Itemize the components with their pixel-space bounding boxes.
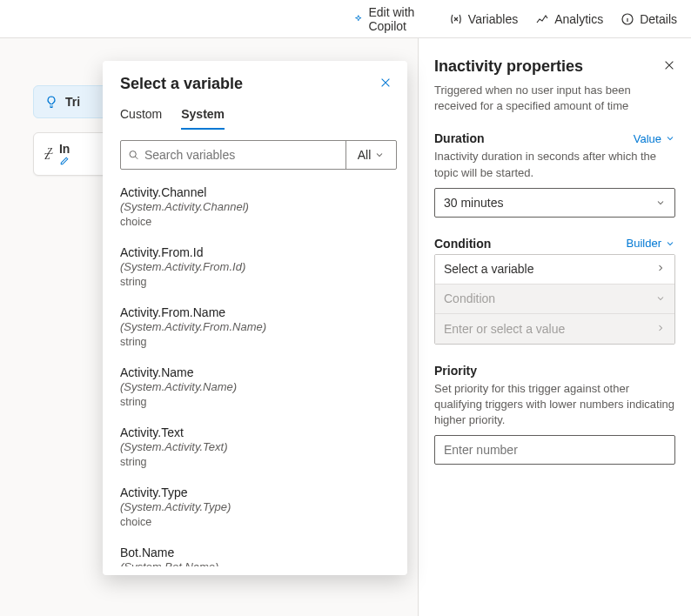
chevron-down-icon xyxy=(665,238,675,249)
search-input[interactable] xyxy=(144,148,339,162)
panel-description: Triggered when no user input has been re… xyxy=(434,83,675,114)
tab-custom[interactable]: Custom xyxy=(120,107,162,130)
properties-panel: Inactivity properties Triggered when no … xyxy=(418,38,691,616)
variables-button[interactable]: Variables xyxy=(449,12,518,26)
variable-system-name: (System.Activity.Type) xyxy=(120,500,392,513)
popover-title: Select a variable xyxy=(120,75,243,93)
filter-label: All xyxy=(358,148,372,162)
variable-type: choice xyxy=(120,516,392,528)
variable-list[interactable]: Activity.Channel (System.Activity.Channe… xyxy=(120,177,397,566)
variable-system-name: (System.Activity.Name) xyxy=(120,380,392,393)
variable-item[interactable]: Activity.Name (System.Activity.Name) str… xyxy=(120,357,392,417)
variable-item[interactable]: Activity.Type (System.Activity.Type) cho… xyxy=(120,477,392,537)
details-button[interactable]: Details xyxy=(621,12,677,26)
variable-name: Bot.Name xyxy=(120,546,392,559)
chevron-down-icon xyxy=(655,293,666,304)
variable-name: Activity.Type xyxy=(120,485,392,499)
type-filter-dropdown[interactable]: All xyxy=(346,141,396,169)
variables-icon xyxy=(449,12,463,26)
condition-mode-toggle[interactable]: Builder xyxy=(627,237,675,250)
duration-action-label: Value xyxy=(634,132,661,145)
duration-mode-toggle[interactable]: Value xyxy=(634,132,675,145)
duration-help: Inactivity duration in seconds after whi… xyxy=(434,149,675,180)
condition-value-picker[interactable]: Enter or select a value xyxy=(435,314,674,344)
authoring-canvas: Tri zZ In Select a variable Custom Syste… xyxy=(0,38,691,616)
condition-section: Condition Builder Select a variable Cond… xyxy=(434,237,675,345)
condition-label: Condition xyxy=(434,237,491,251)
inactivity-node-label: In xyxy=(59,142,70,156)
variable-name: Activity.Name xyxy=(120,365,392,379)
variable-system-name: (System.Activity.Channel) xyxy=(120,200,392,213)
condition-action-label: Builder xyxy=(627,237,661,250)
chevron-down-icon xyxy=(665,133,675,144)
trigger-node-label: Tri xyxy=(65,95,80,109)
variable-item[interactable]: Bot.Name (System.Bot.Name) xyxy=(120,537,392,566)
variable-tabs: Custom System xyxy=(120,107,397,130)
duration-section: Duration Value Inactivity duration in se… xyxy=(434,131,675,217)
sleep-icon: zZ xyxy=(44,145,50,163)
edit-with-copilot-button[interactable]: Edit with Copilot xyxy=(353,5,432,33)
variable-picker-popover: Select a variable Custom System All Acti… xyxy=(103,61,407,575)
pencil-icon xyxy=(59,156,70,166)
condition-variable-label: Select a variable xyxy=(444,262,534,276)
svg-point-1 xyxy=(130,151,136,157)
variable-item[interactable]: Activity.From.Name (System.Activity.From… xyxy=(120,297,392,357)
info-icon xyxy=(621,12,634,26)
chevron-right-icon xyxy=(655,322,666,336)
variable-system-name: (System.Activity.From.Id) xyxy=(120,260,392,273)
lightbulb-icon xyxy=(44,95,58,109)
details-label: Details xyxy=(640,12,677,26)
close-icon xyxy=(379,77,392,89)
tab-system[interactable]: System xyxy=(181,107,225,130)
priority-label: Priority xyxy=(434,364,477,378)
variable-name: Activity.From.Name xyxy=(120,305,392,319)
variable-system-name: (System.Activity.Text) xyxy=(120,440,392,453)
duration-dropdown[interactable]: 30 minutes xyxy=(434,188,675,218)
variable-name: Activity.Channel xyxy=(120,185,392,199)
variable-type: string xyxy=(120,336,392,348)
variable-type: choice xyxy=(120,216,392,228)
panel-close-button[interactable] xyxy=(663,59,675,74)
priority-input[interactable] xyxy=(434,435,675,465)
condition-variable-picker[interactable]: Select a variable xyxy=(435,255,674,285)
duration-label: Duration xyxy=(434,131,485,145)
sparkle-icon xyxy=(353,12,364,26)
chevron-down-icon xyxy=(655,198,666,208)
condition-operator-dropdown[interactable]: Condition xyxy=(435,285,674,314)
priority-section: Priority Set priority for this trigger a… xyxy=(434,364,675,465)
variable-item[interactable]: Activity.Text (System.Activity.Text) str… xyxy=(120,417,392,477)
search-icon xyxy=(128,149,139,161)
chevron-right-icon xyxy=(655,262,666,276)
panel-title: Inactivity properties xyxy=(434,57,583,76)
top-toolbar: Edit with Copilot Variables Analytics De… xyxy=(0,0,691,38)
variable-type: string xyxy=(120,396,392,408)
condition-operator-placeholder: Condition xyxy=(444,291,495,305)
priority-help: Set priority for this trigger against ot… xyxy=(434,381,675,429)
edit-label: Edit with Copilot xyxy=(368,5,431,33)
variable-name: Activity.Text xyxy=(120,425,392,439)
analytics-button[interactable]: Analytics xyxy=(535,12,603,26)
variables-label: Variables xyxy=(468,12,518,26)
close-icon xyxy=(663,59,675,71)
variable-system-name: (System.Bot.Name) xyxy=(120,560,392,566)
variable-name: Activity.From.Id xyxy=(120,245,392,259)
variable-type: string xyxy=(120,276,392,288)
analytics-icon xyxy=(535,12,549,26)
analytics-label: Analytics xyxy=(554,12,603,26)
variable-system-name: (System.Activity.From.Name) xyxy=(120,320,392,333)
variable-item[interactable]: Activity.Channel (System.Activity.Channe… xyxy=(120,177,392,237)
close-button[interactable] xyxy=(379,77,392,91)
condition-value-placeholder: Enter or select a value xyxy=(444,322,565,336)
variable-item[interactable]: Activity.From.Id (System.Activity.From.I… xyxy=(120,237,392,297)
duration-value: 30 minutes xyxy=(444,196,503,210)
chevron-down-icon xyxy=(374,150,385,160)
variable-type: string xyxy=(120,456,392,468)
